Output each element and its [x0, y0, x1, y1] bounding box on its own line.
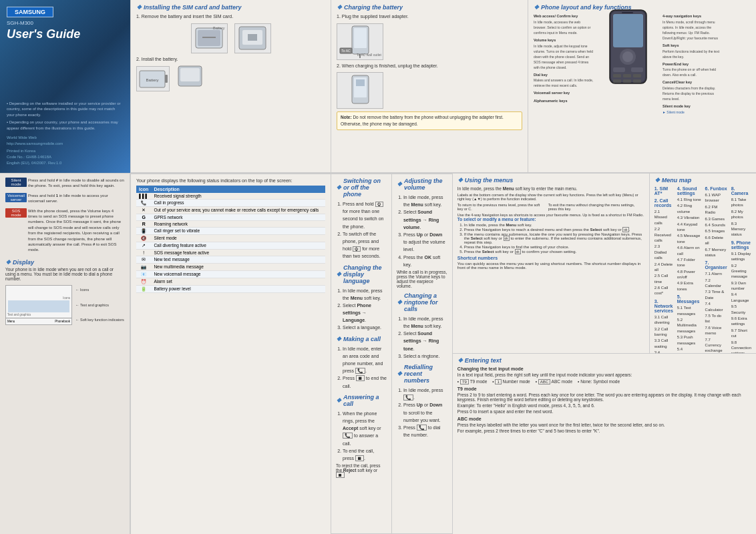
status-intro: Your phone displays the following status… — [136, 178, 325, 183]
call-icon: ❖ — [336, 336, 341, 342]
svg-text:Battery: Battery — [146, 78, 158, 82]
select-modify-section: To select or modify a menu or feature: I… — [457, 217, 644, 254]
list-item: 6.6 Delete all — [705, 235, 727, 246]
menu-map-cols: 1. SIM AT* 2. Call records 2.1 Missed ca… — [654, 186, 751, 353]
list-item: 8.1 Take photos — [731, 197, 751, 208]
list-item: 5.2 Multimedia messages — [677, 317, 701, 334]
charging-svg-2 — [339, 74, 382, 107]
layout-left: Web access/ Confirm key In Idle mode, ac… — [534, 13, 594, 107]
svg-rect-5 — [248, 34, 257, 41]
answering-steps: When the phone rings, press the Accept s… — [336, 410, 387, 462]
top-bar: SAMSUNG SGH-M300 User's Guide • Dependin… — [0, 0, 756, 174]
abc-title: ABC mode — [457, 417, 751, 421]
list-item: 2.6 Call cost* — [654, 285, 673, 296]
status-table-header: Icon Description — [136, 186, 325, 193]
list-item: Select a ringtone. — [403, 352, 447, 360]
menu-diagram-area: Labels at the bottom corners of the disp… — [457, 193, 644, 217]
menu-icon: ❖ — [457, 177, 463, 184]
list-item: Press and hold ⏻ for more than one secon… — [343, 200, 387, 230]
redialling-section: ❖ Redialling recent numbers In Idle mode… — [397, 364, 447, 439]
menu-diagram-notes: Labels at the bottom corners of the disp… — [457, 193, 644, 217]
battery-svg: Battery — [138, 67, 168, 91]
display-icon: ❖ — [5, 259, 11, 266]
menu-col-2: 4. Sound settings 4.1 Ring tone 4.2 Ring… — [677, 186, 701, 353]
svg-rect-25 — [631, 67, 643, 72]
table-row: !SOS message feature active — [136, 250, 325, 256]
list-item: 2.1 Missed calls — [654, 209, 673, 226]
list-item: Press the Navigation keys to find the se… — [464, 245, 644, 249]
switching-steps: Press and hold ⏻ for more than one secon… — [336, 200, 387, 260]
list-item: 8.3 Memory status — [731, 221, 751, 238]
display-body: Your phone is in Idle mode when you are … — [5, 267, 124, 281]
table-row: 📞Call in progress — [136, 200, 325, 207]
using-menus-row: ❖ Using the menus In Idle mode, press th… — [453, 174, 756, 354]
phone-3d-diagram — [596, 13, 660, 107]
list-item: 9.5 Security — [731, 304, 751, 315]
list-item: 4.4 Keypad tone — [677, 222, 701, 233]
svg-rect-31 — [633, 79, 641, 83]
samsung-logo: SAMSUNG — [7, 7, 53, 17]
list-item: Press the OK soft key. — [403, 254, 447, 268]
answering-title: ❖ Answering a call — [336, 394, 387, 407]
charging-diagram-2 — [337, 72, 383, 109]
sim-section-body: 1. Remove the battery and insert the SIM… — [136, 13, 325, 93]
charging-note: Note: Do not remove the battery from the… — [337, 111, 522, 130]
mid-bottom: ❖ Switching on or off the phone Press an… — [331, 174, 452, 534]
list-item: 7.2 Calendar — [705, 278, 727, 289]
answering-note: To reject the call, press the Reject sof… — [336, 463, 387, 477]
using-menus-section: ❖ Using the menus In Idle mode, press th… — [453, 174, 650, 353]
list-item: In Idle mode, press the Menu soft key. — [403, 194, 447, 208]
answer-icon: ❖ — [336, 397, 341, 404]
text-input-title: Changing the text input mode — [457, 366, 751, 371]
status-table-body: ▌▌▌Received signal strength 📞Call in pro… — [136, 193, 325, 293]
list-item: 4.6 Alarm on call — [677, 245, 701, 256]
entering-text-section: ❖ Entering text Changing the text input … — [453, 354, 756, 534]
list-item: In Idle mode, enter an area code and pho… — [343, 345, 387, 375]
cover-footer: World Wide Web http://www.samsungmobile.… — [7, 135, 124, 166]
list-item: 7.5 To do list — [705, 313, 727, 324]
table-row: ⏰Alarm set — [136, 278, 325, 286]
table-row: ↗Call diverting feature active — [136, 242, 325, 250]
svg-rect-2 — [202, 37, 216, 38]
svg-rect-27 — [623, 74, 631, 77]
charging-section: ❖ Charging the battery 1. Plug the suppl… — [331, 0, 528, 173]
charging-icon: ❖ — [337, 4, 342, 11]
display-diagram-area: Icons Text and graphics Menu Phonebook ←… — [5, 282, 124, 328]
table-row: GGPRS network — [136, 214, 325, 221]
svg-rect-10 — [180, 68, 200, 81]
lang-icon: ❖ — [336, 271, 341, 278]
list-item: 4.3 Vibration — [677, 215, 701, 220]
answering-call-section: ❖ Answering a call When the phone rings,… — [336, 394, 387, 477]
text-icon: ❖ — [457, 357, 463, 364]
switching-title: ❖ Switching on or off the phone — [336, 178, 387, 198]
list-item: Select Sound settings → Ring tone. — [403, 330, 447, 352]
menu-map-title: ❖ Menu map — [654, 177, 751, 184]
svg-rect-18 — [356, 79, 365, 86]
list-item: Press Up or Down to scroll to the number… — [403, 401, 447, 424]
making-call-title: ❖ Making a call — [336, 336, 387, 342]
list-item: 5.4 Configuration messages — [677, 346, 701, 353]
list-item: 6.5 Images — [705, 228, 727, 234]
table-row: 📷New multimedia message — [136, 264, 325, 271]
using-menus-intro: In Idle mode, press the Menu soft key to… — [457, 186, 644, 191]
list-item: Select a language. — [343, 324, 387, 331]
list-item: In Idle mode, press 📞. — [403, 386, 447, 401]
layout-right: 4-way navigation keys In Menu mode, scro… — [663, 13, 723, 107]
sim-icon: ❖ — [136, 4, 142, 11]
table-row: 📧New voicemail message — [136, 271, 325, 278]
cover-title: User's Guide — [7, 27, 124, 42]
list-item: In Idle mode, press the Menu soft key. — [464, 223, 644, 227]
display-lang-steps: In Idle mode, press the Menu soft key. S… — [336, 287, 387, 332]
using-menus-title: ❖ Using the menus — [457, 177, 644, 184]
redialling-steps: In Idle mode, press 📞. Press Up or Down … — [397, 386, 447, 439]
bottom-left-section: Silentmode Press and hold # in Idle mode… — [0, 174, 130, 534]
phone-back-svg — [175, 65, 205, 88]
svg-rect-21 — [613, 14, 643, 47]
list-item: Press the Navigation keys to reach a des… — [464, 228, 644, 232]
list-item: 8.2 My photos — [731, 209, 751, 220]
t9-example: Example: To enter "Hello" in English wor… — [457, 403, 751, 408]
battery-image: Battery — [136, 65, 325, 93]
t9-title: T9 mode — [457, 386, 751, 391]
ringtone-icon: ❖ — [397, 299, 402, 306]
status-table: Icon Description ▌▌▌Received signal stre… — [136, 186, 325, 293]
